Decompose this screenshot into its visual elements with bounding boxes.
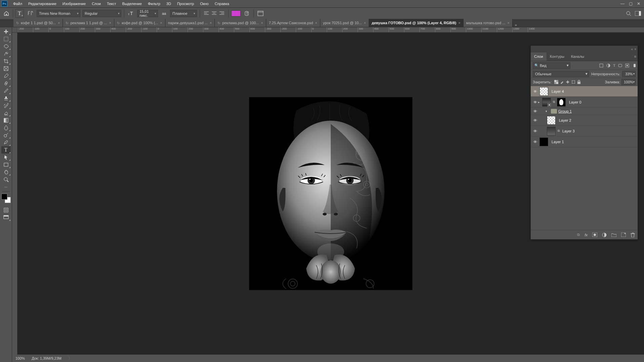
tab-layers[interactable]: Слои bbox=[531, 52, 547, 61]
adjustment-layer-icon[interactable] bbox=[602, 233, 607, 237]
edit-toolbar-button[interactable]: ··· bbox=[1, 183, 11, 191]
warp-text-button[interactable]: T bbox=[243, 9, 251, 17]
fx-icon[interactable]: fx bbox=[585, 233, 588, 237]
vertical-ruler[interactable] bbox=[12, 33, 17, 362]
filter-type-select[interactable]: 🔍Вид▾ bbox=[533, 62, 570, 69]
expand-icon[interactable]: ▾ bbox=[546, 110, 550, 113]
layer-name[interactable]: Layer 3 bbox=[560, 129, 575, 133]
doc-tab-7[interactable]: девушка ГОТОВО.psd @ 100% (Layer 4, RGB/… bbox=[369, 19, 464, 27]
font-family-select[interactable]: Times New Roman▾ bbox=[37, 10, 80, 17]
layer-name[interactable]: Layer 0 bbox=[567, 100, 581, 104]
layer-row-group1[interactable]: 👁 ▾ Group 1 bbox=[531, 108, 638, 115]
collapse-icon[interactable]: « bbox=[631, 47, 633, 51]
blur-tool[interactable] bbox=[1, 124, 11, 131]
eraser-tool[interactable] bbox=[1, 109, 11, 117]
filter-shape-icon[interactable] bbox=[618, 63, 622, 68]
close-icon[interactable]: × bbox=[458, 21, 460, 25]
close-icon[interactable]: × bbox=[210, 21, 212, 25]
zoom-tool[interactable] bbox=[1, 176, 11, 183]
close-icon[interactable]: × bbox=[634, 47, 636, 51]
crop-tool[interactable] bbox=[1, 57, 11, 65]
marquee-tool[interactable] bbox=[1, 35, 11, 43]
doc-tab-3[interactable]: париж-девушка1.psd ...× bbox=[165, 19, 215, 27]
lock-artboard-icon[interactable] bbox=[571, 80, 575, 84]
layer-thumbnail[interactable] bbox=[547, 127, 556, 135]
layer-thumbnail[interactable] bbox=[539, 87, 548, 96]
zoom-value[interactable]: 100% bbox=[15, 356, 25, 360]
menu-view[interactable]: Просмотр bbox=[174, 0, 197, 7]
type-tool[interactable]: T bbox=[1, 146, 11, 154]
font-style-select[interactable]: Regular▾ bbox=[82, 10, 121, 17]
align-right-button[interactable] bbox=[218, 10, 226, 17]
visibility-icon[interactable]: 👁 bbox=[532, 89, 538, 93]
lock-position-icon[interactable] bbox=[566, 80, 570, 84]
menu-edit[interactable]: Редактирование bbox=[25, 0, 59, 7]
menu-window[interactable]: Окно bbox=[197, 0, 212, 7]
history-brush-tool[interactable] bbox=[1, 102, 11, 109]
layer-thumbnail[interactable] bbox=[539, 137, 548, 146]
close-icon[interactable]: × bbox=[109, 21, 111, 25]
lock-all-icon[interactable] bbox=[577, 80, 581, 84]
close-icon[interactable]: × bbox=[261, 21, 263, 25]
visibility-icon[interactable]: 👁 bbox=[532, 100, 538, 104]
close-icon[interactable]: × bbox=[58, 21, 60, 25]
doc-tab-4[interactable]: ↻реклама.psd @ 100...× bbox=[215, 19, 266, 27]
layer-name[interactable]: Layer 4 bbox=[550, 89, 564, 93]
menu-3d[interactable]: 3D bbox=[163, 0, 174, 7]
filter-toggle-icon[interactable] bbox=[634, 64, 636, 67]
visibility-icon[interactable]: 👁 bbox=[532, 129, 538, 133]
layer-row-layer2[interactable]: 👁 Layer 2 bbox=[531, 115, 638, 126]
visibility-icon[interactable]: 👁 bbox=[532, 140, 538, 144]
path-select-tool[interactable] bbox=[1, 154, 11, 161]
doc-tab-8[interactable]: малышка готово.psd ...× bbox=[464, 19, 513, 27]
link-layers-icon[interactable]: ⧉ bbox=[577, 233, 580, 237]
text-orientation-button[interactable] bbox=[26, 9, 35, 18]
doc-tab-2[interactable]: ↻кофе.psd @ 100% (...× bbox=[114, 19, 165, 27]
home-button[interactable] bbox=[2, 9, 11, 18]
frame-tool[interactable] bbox=[1, 65, 11, 72]
tool-preset-picker[interactable]: T ▾ bbox=[15, 9, 24, 18]
align-center-button[interactable] bbox=[210, 10, 218, 17]
rectangle-tool[interactable] bbox=[1, 161, 11, 168]
menu-filter[interactable]: Фильтр bbox=[145, 0, 163, 7]
align-left-button[interactable] bbox=[203, 10, 210, 17]
doc-tab-1[interactable]: ↻реклама 1 1.psd @ ...× bbox=[63, 19, 114, 27]
tab-paths[interactable]: Контуры bbox=[547, 52, 568, 61]
menu-select[interactable]: Выделение bbox=[119, 0, 145, 7]
hand-tool[interactable] bbox=[1, 168, 11, 176]
filter-type-icon[interactable]: T bbox=[613, 63, 615, 68]
dodge-tool[interactable] bbox=[1, 131, 11, 139]
character-panel-button[interactable] bbox=[256, 9, 265, 17]
tab-channels[interactable]: Каналы bbox=[568, 52, 588, 61]
tabs-overflow-button[interactable]: » bbox=[513, 23, 519, 27]
group-name[interactable]: Group 1 bbox=[558, 109, 572, 113]
search-button[interactable] bbox=[625, 9, 633, 17]
stamp-tool[interactable] bbox=[1, 94, 11, 102]
menu-help[interactable]: Справка bbox=[212, 0, 232, 7]
lock-transparency-icon[interactable] bbox=[554, 80, 558, 84]
pen-tool[interactable] bbox=[1, 139, 11, 146]
horizontal-ruler[interactable]: -200-1000100200300400-200-10001002003004… bbox=[17, 27, 644, 33]
link-icon[interactable]: ⧉ bbox=[557, 129, 560, 133]
menu-layers[interactable]: Слои bbox=[89, 0, 104, 7]
color-swatches[interactable] bbox=[1, 194, 11, 203]
close-icon[interactable]: × bbox=[364, 21, 366, 25]
gradient-tool[interactable] bbox=[1, 117, 11, 124]
doc-tab-0[interactable]: ↻кофе 1 1.psd @ 50...× bbox=[13, 19, 63, 27]
doc-tab-5[interactable]: 7.25.Артем Самсонов.psd× bbox=[266, 19, 320, 27]
panel-menu-icon[interactable]: ≡ bbox=[634, 54, 636, 58]
filter-smart-icon[interactable] bbox=[625, 63, 630, 68]
foreground-color[interactable] bbox=[1, 194, 7, 200]
layer-thumbnail[interactable]: ▣ bbox=[542, 98, 551, 107]
fill-input[interactable]: 100%▾ bbox=[621, 79, 636, 85]
status-chevron-icon[interactable]: 〉 bbox=[68, 356, 72, 361]
ruler-origin[interactable] bbox=[12, 27, 17, 33]
layer-row-layer1[interactable]: 👁 Layer 1 bbox=[531, 136, 638, 147]
blend-mode-select[interactable]: Обычные▾ bbox=[533, 71, 589, 77]
healing-tool[interactable] bbox=[1, 80, 11, 87]
menu-image[interactable]: Изображение bbox=[59, 0, 89, 7]
menu-file[interactable]: Файл bbox=[10, 0, 25, 7]
doc-size[interactable]: Док: 1,39M/9,23M bbox=[32, 356, 62, 360]
move-tool[interactable] bbox=[1, 28, 11, 35]
screen-mode-button[interactable] bbox=[1, 214, 11, 221]
